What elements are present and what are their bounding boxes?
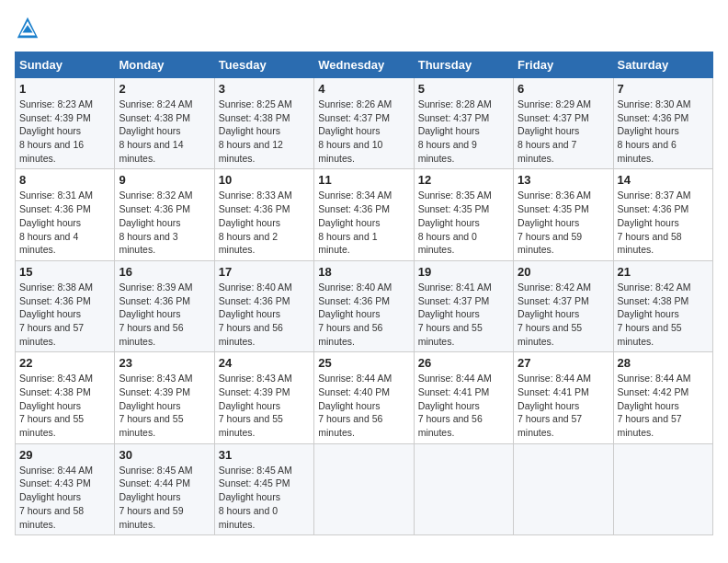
day-detail: Sunrise: 8:44 AMSunset: 4:43 PMDaylight … bbox=[19, 465, 93, 530]
day-detail: Sunrise: 8:44 AMSunset: 4:41 PMDaylight … bbox=[418, 373, 492, 438]
day-detail: Sunrise: 8:37 AMSunset: 4:36 PMDaylight … bbox=[618, 190, 691, 255]
calendar-week-5: 29 Sunrise: 8:44 AMSunset: 4:43 PMDaylig… bbox=[16, 443, 713, 534]
day-number: 11 bbox=[318, 173, 409, 187]
day-detail: Sunrise: 8:36 AMSunset: 4:35 PMDaylight … bbox=[518, 190, 591, 255]
day-detail: Sunrise: 8:28 AMSunset: 4:37 PMDaylight … bbox=[418, 98, 492, 164]
calendar-cell: 7 Sunrise: 8:30 AMSunset: 4:36 PMDayligh… bbox=[613, 78, 712, 169]
day-number: 5 bbox=[418, 82, 509, 96]
day-number: 20 bbox=[518, 265, 609, 279]
day-detail: Sunrise: 8:45 AMSunset: 4:44 PMDaylight … bbox=[119, 465, 192, 530]
day-number: 22 bbox=[19, 356, 110, 370]
weekday-header-friday: Friday bbox=[514, 52, 613, 78]
calendar-cell: 22 Sunrise: 8:43 AMSunset: 4:38 PMDaylig… bbox=[16, 352, 115, 443]
day-detail: Sunrise: 8:45 AMSunset: 4:45 PMDaylight … bbox=[219, 465, 292, 530]
calendar-cell: 30 Sunrise: 8:45 AMSunset: 4:44 PMDaylig… bbox=[115, 443, 214, 534]
calendar-cell bbox=[514, 443, 613, 534]
day-detail: Sunrise: 8:43 AMSunset: 4:39 PMDaylight … bbox=[119, 373, 192, 438]
day-detail: Sunrise: 8:25 AMSunset: 4:38 PMDaylight … bbox=[219, 98, 292, 164]
day-detail: Sunrise: 8:42 AMSunset: 4:38 PMDaylight … bbox=[618, 282, 691, 347]
calendar-cell: 13 Sunrise: 8:36 AMSunset: 4:35 PMDaylig… bbox=[514, 169, 613, 260]
day-detail: Sunrise: 8:31 AMSunset: 4:36 PMDaylight … bbox=[19, 190, 93, 255]
day-number: 10 bbox=[219, 173, 310, 187]
day-detail: Sunrise: 8:44 AMSunset: 4:41 PMDaylight … bbox=[518, 373, 591, 438]
calendar-cell: 23 Sunrise: 8:43 AMSunset: 4:39 PMDaylig… bbox=[115, 352, 214, 443]
calendar-week-1: 1 Sunrise: 8:23 AMSunset: 4:39 PMDayligh… bbox=[16, 78, 713, 169]
calendar-cell: 6 Sunrise: 8:29 AMSunset: 4:37 PMDayligh… bbox=[514, 78, 613, 169]
day-detail: Sunrise: 8:34 AMSunset: 4:36 PMDaylight … bbox=[318, 190, 392, 255]
day-number: 17 bbox=[219, 265, 310, 279]
day-number: 14 bbox=[618, 173, 709, 187]
calendar-cell: 26 Sunrise: 8:44 AMSunset: 4:41 PMDaylig… bbox=[414, 352, 513, 443]
calendar-cell: 18 Sunrise: 8:40 AMSunset: 4:36 PMDaylig… bbox=[314, 260, 414, 351]
calendar-cell: 24 Sunrise: 8:43 AMSunset: 4:39 PMDaylig… bbox=[214, 352, 313, 443]
weekday-header-saturday: Saturday bbox=[613, 52, 712, 78]
page-header bbox=[15, 15, 713, 40]
day-number: 31 bbox=[219, 448, 310, 462]
day-detail: Sunrise: 8:35 AMSunset: 4:35 PMDaylight … bbox=[418, 190, 492, 255]
calendar-cell: 2 Sunrise: 8:24 AMSunset: 4:38 PMDayligh… bbox=[115, 78, 214, 169]
calendar-table: SundayMondayTuesdayWednesdayThursdayFrid… bbox=[15, 52, 713, 535]
weekday-header-sunday: Sunday bbox=[16, 52, 115, 78]
day-number: 28 bbox=[618, 356, 709, 370]
calendar-cell: 9 Sunrise: 8:32 AMSunset: 4:36 PMDayligh… bbox=[115, 169, 214, 260]
calendar-cell: 4 Sunrise: 8:26 AMSunset: 4:37 PMDayligh… bbox=[314, 78, 414, 169]
day-number: 7 bbox=[618, 82, 709, 96]
day-detail: Sunrise: 8:24 AMSunset: 4:38 PMDaylight … bbox=[119, 98, 192, 164]
weekday-header-thursday: Thursday bbox=[414, 52, 513, 78]
calendar-cell: 29 Sunrise: 8:44 AMSunset: 4:43 PMDaylig… bbox=[16, 443, 115, 534]
day-detail: Sunrise: 8:29 AMSunset: 4:37 PMDaylight … bbox=[518, 98, 591, 164]
day-number: 23 bbox=[119, 356, 210, 370]
calendar-cell: 31 Sunrise: 8:45 AMSunset: 4:45 PMDaylig… bbox=[214, 443, 313, 534]
day-detail: Sunrise: 8:40 AMSunset: 4:36 PMDaylight … bbox=[219, 282, 292, 347]
day-detail: Sunrise: 8:40 AMSunset: 4:36 PMDaylight … bbox=[318, 282, 392, 347]
calendar-cell: 14 Sunrise: 8:37 AMSunset: 4:36 PMDaylig… bbox=[613, 169, 712, 260]
logo bbox=[15, 15, 44, 40]
day-detail: Sunrise: 8:44 AMSunset: 4:42 PMDaylight … bbox=[618, 373, 691, 438]
calendar-cell: 10 Sunrise: 8:33 AMSunset: 4:36 PMDaylig… bbox=[214, 169, 313, 260]
day-number: 15 bbox=[19, 265, 110, 279]
day-number: 29 bbox=[19, 448, 110, 462]
day-number: 16 bbox=[119, 265, 210, 279]
day-number: 24 bbox=[219, 356, 310, 370]
calendar-cell bbox=[414, 443, 513, 534]
day-number: 13 bbox=[518, 173, 609, 187]
day-number: 8 bbox=[19, 173, 110, 187]
day-number: 19 bbox=[418, 265, 509, 279]
day-detail: Sunrise: 8:44 AMSunset: 4:40 PMDaylight … bbox=[318, 373, 392, 438]
day-detail: Sunrise: 8:41 AMSunset: 4:37 PMDaylight … bbox=[418, 282, 492, 347]
calendar-cell: 15 Sunrise: 8:38 AMSunset: 4:36 PMDaylig… bbox=[16, 260, 115, 351]
day-number: 12 bbox=[418, 173, 509, 187]
day-detail: Sunrise: 8:23 AMSunset: 4:39 PMDaylight … bbox=[19, 98, 93, 164]
calendar-cell: 21 Sunrise: 8:42 AMSunset: 4:38 PMDaylig… bbox=[613, 260, 712, 351]
day-number: 2 bbox=[119, 82, 210, 96]
day-detail: Sunrise: 8:42 AMSunset: 4:37 PMDaylight … bbox=[518, 282, 591, 347]
day-number: 9 bbox=[119, 173, 210, 187]
day-detail: Sunrise: 8:30 AMSunset: 4:36 PMDaylight … bbox=[618, 98, 691, 164]
calendar-cell bbox=[314, 443, 414, 534]
day-number: 6 bbox=[518, 82, 609, 96]
calendar-week-2: 8 Sunrise: 8:31 AMSunset: 4:36 PMDayligh… bbox=[16, 169, 713, 260]
day-number: 26 bbox=[418, 356, 509, 370]
calendar-cell: 12 Sunrise: 8:35 AMSunset: 4:35 PMDaylig… bbox=[414, 169, 513, 260]
day-detail: Sunrise: 8:32 AMSunset: 4:36 PMDaylight … bbox=[119, 190, 192, 255]
calendar-cell: 5 Sunrise: 8:28 AMSunset: 4:37 PMDayligh… bbox=[414, 78, 513, 169]
weekday-header-wednesday: Wednesday bbox=[314, 52, 414, 78]
calendar-cell: 3 Sunrise: 8:25 AMSunset: 4:38 PMDayligh… bbox=[214, 78, 313, 169]
day-number: 4 bbox=[318, 82, 409, 96]
day-detail: Sunrise: 8:39 AMSunset: 4:36 PMDaylight … bbox=[119, 282, 192, 347]
calendar-cell: 20 Sunrise: 8:42 AMSunset: 4:37 PMDaylig… bbox=[514, 260, 613, 351]
day-detail: Sunrise: 8:43 AMSunset: 4:38 PMDaylight … bbox=[19, 373, 93, 438]
weekday-header-row: SundayMondayTuesdayWednesdayThursdayFrid… bbox=[16, 52, 713, 78]
calendar-cell: 19 Sunrise: 8:41 AMSunset: 4:37 PMDaylig… bbox=[414, 260, 513, 351]
weekday-header-tuesday: Tuesday bbox=[214, 52, 313, 78]
day-detail: Sunrise: 8:43 AMSunset: 4:39 PMDaylight … bbox=[219, 373, 292, 438]
day-number: 1 bbox=[19, 82, 110, 96]
day-number: 21 bbox=[618, 265, 709, 279]
day-detail: Sunrise: 8:33 AMSunset: 4:36 PMDaylight … bbox=[219, 190, 292, 255]
day-number: 25 bbox=[318, 356, 409, 370]
calendar-cell: 17 Sunrise: 8:40 AMSunset: 4:36 PMDaylig… bbox=[214, 260, 313, 351]
day-number: 30 bbox=[119, 448, 210, 462]
calendar-cell: 28 Sunrise: 8:44 AMSunset: 4:42 PMDaylig… bbox=[613, 352, 712, 443]
day-number: 3 bbox=[219, 82, 310, 96]
day-number: 27 bbox=[518, 356, 609, 370]
